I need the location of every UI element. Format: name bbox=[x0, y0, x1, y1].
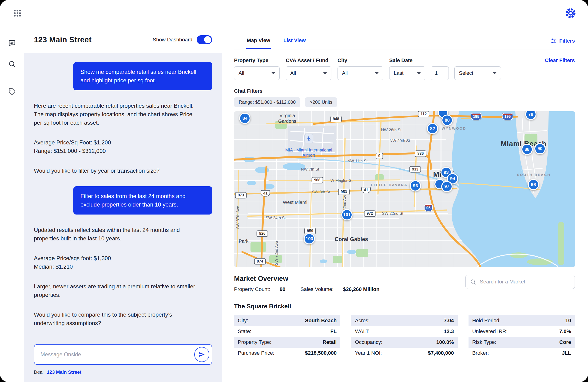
sidebar-divider bbox=[7, 78, 17, 78]
filters-row: Property Type All CVA Asset / Fund All C… bbox=[234, 57, 575, 80]
sale-date-unit-select[interactable]: Select bbox=[454, 66, 501, 80]
sale-date-unit-value: Select bbox=[459, 70, 473, 76]
row-value: FL bbox=[330, 328, 336, 335]
cva-select[interactable]: All bbox=[286, 66, 331, 80]
deal-link[interactable]: 123 Main Street bbox=[47, 370, 81, 375]
map-overlay: Virginia GardensMIA - Miami Internationa… bbox=[234, 111, 575, 267]
property-title: The Square Brickell bbox=[234, 303, 575, 310]
row-label: Occupancy: bbox=[355, 339, 382, 345]
row-label: Purchase Price: bbox=[238, 350, 274, 356]
send-button[interactable] bbox=[194, 347, 209, 362]
icon-sidebar bbox=[0, 26, 24, 382]
clear-filters-button[interactable]: Clear Filters bbox=[545, 57, 575, 64]
sales-volume-label: Sales Volume: bbox=[301, 286, 334, 292]
content: 123 Main Street Show Dashboard Show me c… bbox=[0, 26, 588, 382]
map-label: W Flagler St bbox=[331, 178, 353, 183]
map-label: SW 22nd St bbox=[382, 211, 403, 216]
show-dashboard-label: Show Dashboard bbox=[153, 37, 192, 43]
chevron-down-icon bbox=[323, 72, 327, 74]
message-text: Filter to sales from the last 24 months … bbox=[81, 192, 205, 209]
chat-message-assistant: Would you like to compare this to the su… bbox=[34, 311, 198, 327]
gear-icon[interactable] bbox=[564, 7, 577, 20]
map-label: SW 72nd Ave bbox=[274, 241, 279, 265]
row-label: Hold Period: bbox=[472, 318, 501, 324]
map-label: MIA - Miami International Airport bbox=[284, 147, 334, 158]
map-marker[interactable]: 80 bbox=[441, 115, 453, 126]
chevron-down-icon bbox=[493, 72, 497, 74]
property-type-select[interactable]: All bbox=[234, 66, 280, 80]
chat-panel: 123 Main Street Show Dashboard Show me c… bbox=[24, 26, 222, 382]
message-text: Median: $1,210 bbox=[34, 262, 198, 271]
property-row: Risk Type:Core bbox=[468, 337, 575, 348]
property-row: Purchase Price:$218,500,000 bbox=[234, 348, 340, 359]
filters-button[interactable]: Filters bbox=[550, 38, 575, 49]
chat-message-user: Show me comparable retail sales near Bri… bbox=[34, 62, 212, 90]
filters-sliders-icon bbox=[550, 38, 556, 44]
row-value: Retail bbox=[322, 339, 336, 345]
message-text: Would you like to compare this to the su… bbox=[34, 311, 198, 327]
row-label: Acres: bbox=[355, 318, 370, 324]
map-marker[interactable]: 96 bbox=[410, 180, 421, 191]
property-summary-table: City:South Beach State:FL Property Type:… bbox=[234, 315, 575, 359]
tab-list-view[interactable]: List View bbox=[283, 33, 306, 49]
property-row: WALT:12.3 bbox=[351, 326, 458, 337]
map-label: SW 24th St bbox=[266, 216, 286, 220]
message-text: Would you like to filter by year or tran… bbox=[34, 167, 198, 175]
map-marker[interactable]: 103 bbox=[304, 233, 315, 244]
map-view[interactable]: Virginia GardensMIA - Miami Internationa… bbox=[234, 111, 575, 267]
map-label: LITTLE HAVANA bbox=[371, 183, 408, 187]
map-label: NW 7th St bbox=[301, 167, 319, 172]
map-marker[interactable]: 78 bbox=[525, 111, 537, 120]
map-label: NW 20th St bbox=[390, 139, 410, 143]
chat-message-assistant: Average Price/sqs foot: $1,300 Median: $… bbox=[34, 254, 198, 271]
chat-filters-label: Chat Filters bbox=[234, 88, 262, 94]
chat-message-assistant: Larger, newer assets are trading at a pr… bbox=[34, 282, 198, 299]
property-row: City:South Beach bbox=[234, 315, 340, 326]
property-row: Acres:7.04 bbox=[351, 315, 458, 326]
row-value: 10 bbox=[566, 318, 571, 324]
row-value: 7.0% bbox=[559, 328, 571, 335]
property-row: Occupancy:100.0% bbox=[351, 337, 458, 348]
filter-chip[interactable]: >200 Units bbox=[305, 97, 337, 107]
map-marker[interactable]: 97 bbox=[441, 181, 453, 192]
market-overview-section: Market Overview Property Count: 90 Sales… bbox=[234, 275, 575, 292]
apps-grid-icon[interactable] bbox=[11, 7, 24, 20]
row-value: 12.3 bbox=[444, 328, 454, 335]
map-label: West Miami bbox=[283, 200, 307, 205]
map-marker[interactable]: 84 bbox=[239, 113, 251, 124]
road-shield: 968 bbox=[311, 177, 323, 183]
map-label: Coral Gables bbox=[335, 236, 368, 242]
sale-date-number-input[interactable] bbox=[431, 66, 449, 80]
search-icon[interactable] bbox=[7, 59, 17, 69]
map-marker[interactable]: 101 bbox=[341, 209, 353, 220]
road-shield: 953 bbox=[338, 189, 350, 195]
message-text: Average Price/Sq Foot: $1,200 bbox=[34, 138, 198, 147]
row-value: 7.04 bbox=[444, 318, 454, 324]
deal-label: Deal bbox=[34, 370, 43, 375]
row-value: Core bbox=[559, 339, 571, 345]
tag-icon[interactable] bbox=[7, 86, 17, 97]
map-marker[interactable]: 90 bbox=[534, 143, 546, 154]
sale-date-last-value: Last bbox=[394, 70, 404, 76]
map-label: Virginia Gardens bbox=[273, 113, 301, 124]
road-shield: 972 bbox=[364, 210, 376, 217]
row-value: South Beach bbox=[305, 318, 336, 324]
map-marker[interactable]: 82 bbox=[427, 123, 438, 134]
map-label: NW 11th St bbox=[347, 159, 368, 164]
market-search-input[interactable] bbox=[479, 278, 570, 285]
show-dashboard-toggle[interactable] bbox=[197, 35, 212, 44]
chat-input[interactable] bbox=[34, 351, 212, 358]
cva-value: All bbox=[290, 70, 296, 76]
map-marker[interactable]: 98 bbox=[528, 179, 539, 190]
city-select[interactable]: All bbox=[337, 66, 383, 80]
row-label: State: bbox=[238, 328, 251, 335]
chat-icon[interactable] bbox=[7, 38, 17, 48]
sale-date-last-select[interactable]: Last bbox=[389, 66, 425, 80]
map-marker[interactable]: 88 bbox=[522, 144, 533, 155]
message-text: Here are recent comparable retail proper… bbox=[34, 102, 198, 127]
chevron-down-icon bbox=[272, 72, 275, 74]
chat-message-user: Filter to sales from the last 24 months … bbox=[34, 186, 212, 214]
filter-chip[interactable]: Range: $51,000 - $112,000 bbox=[234, 97, 300, 107]
tab-map-view[interactable]: Map View bbox=[246, 33, 271, 49]
row-label: WALT: bbox=[355, 328, 370, 335]
